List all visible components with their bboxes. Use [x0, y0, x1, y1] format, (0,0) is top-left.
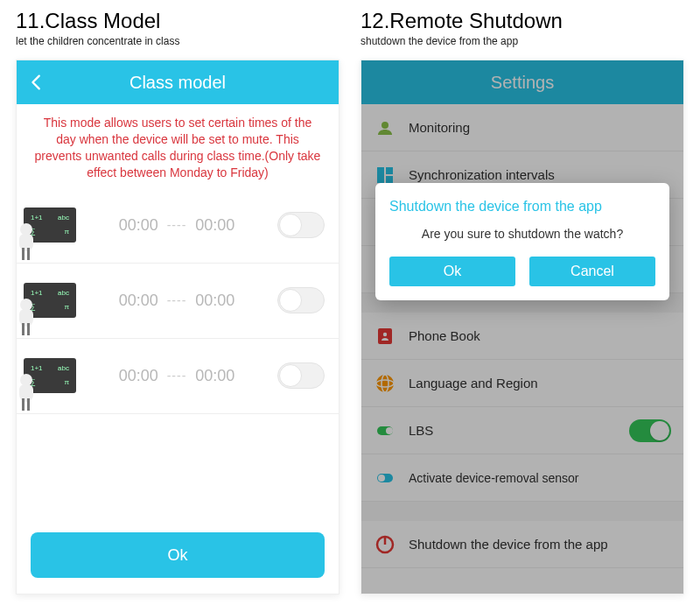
modal-scrim[interactable] — [361, 60, 683, 594]
teacher-icon — [17, 222, 36, 260]
section-subtitle: let the children concentrate in class — [16, 35, 340, 47]
slot-toggle[interactable] — [277, 362, 325, 389]
end-time: 00:00 — [195, 367, 234, 385]
slot-toggle[interactable] — [277, 287, 325, 313]
time-range[interactable]: 00:00 ---- 00:00 — [88, 216, 265, 235]
range-dash: ---- — [167, 369, 187, 383]
phone-class-model: Class model This mode allows users to se… — [16, 60, 340, 594]
end-time: 00:00 — [195, 216, 234, 235]
time-range[interactable]: 00:00 ---- 00:00 — [88, 292, 265, 310]
back-button[interactable] — [27, 73, 46, 92]
range-dash: ---- — [167, 293, 187, 307]
start-time: 00:00 — [119, 292, 158, 310]
ok-button[interactable]: Ok — [31, 532, 325, 578]
help-text: This mode allows users to set certain ti… — [17, 104, 339, 188]
time-range[interactable]: 00:00 ---- 00:00 — [88, 367, 265, 385]
appbar: Class model — [17, 60, 339, 104]
slot-toggle[interactable] — [277, 212, 325, 238]
range-dash: ---- — [167, 218, 187, 232]
start-time: 00:00 — [119, 367, 158, 385]
dialog-ok-button[interactable]: Ok — [389, 257, 515, 286]
section-title: 12.Remote Shutdown — [360, 9, 684, 33]
phone-settings: Settings Monitoring Synchronization inte… — [360, 60, 684, 594]
time-slot: 1+1abc∑π 00:00 ---- 00:00 — [17, 264, 339, 339]
teacher-icon — [17, 372, 36, 411]
shutdown-dialog: Shutdown the device from the app Are you… — [375, 183, 669, 300]
teacher-icon — [17, 297, 36, 335]
dialog-cancel-button[interactable]: Cancel — [529, 257, 655, 286]
section-remote-shutdown: 12.Remote Shutdown shutdown the device f… — [360, 9, 684, 594]
dialog-message: Are you sure to shutdown the watch? — [389, 227, 655, 241]
start-time: 00:00 — [119, 216, 158, 235]
end-time: 00:00 — [195, 292, 234, 310]
dialog-title: Shutdown the device from the app — [389, 199, 655, 215]
section-subtitle: shutdown the device from the app — [360, 35, 684, 47]
section-class-model: 11.Class Model let the children concentr… — [16, 9, 340, 594]
appbar-title: Class model — [130, 73, 226, 93]
arrow-left-icon — [27, 73, 46, 92]
time-slot: 1+1abc∑π 00:00 ---- 00:00 — [17, 188, 339, 264]
time-slot: 1+1abc∑π 00:00 ---- 00:00 — [17, 339, 339, 414]
section-title: 11.Class Model — [16, 9, 340, 33]
